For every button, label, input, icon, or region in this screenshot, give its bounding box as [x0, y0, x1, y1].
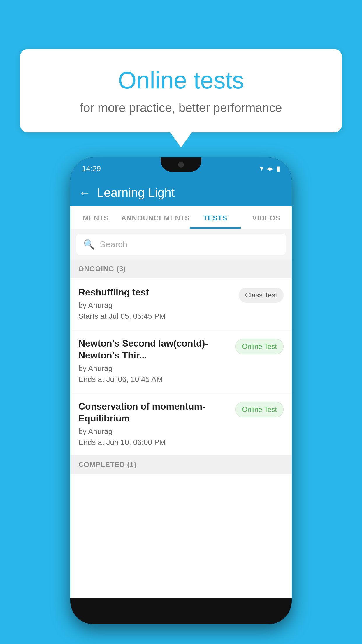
- test-name-1: Reshuffling test: [78, 286, 234, 299]
- search-placeholder: Search: [100, 239, 127, 249]
- battery-icon: ▮: [276, 164, 280, 173]
- status-time: 14:29: [82, 164, 101, 173]
- test-name-3: Conservation of momentum-Equilibrium: [78, 400, 231, 425]
- test-time-2: Ends at Jul 06, 10:45 AM: [78, 375, 231, 384]
- tab-videos[interactable]: VIDEOS: [241, 206, 292, 229]
- back-button[interactable]: ←: [79, 187, 90, 199]
- phone-screen: ← Learning Light MENTS ANNOUNCEMENTS TES…: [70, 180, 292, 598]
- ongoing-section-label: ONGOING (3): [70, 260, 292, 278]
- app-header: ← Learning Light: [70, 180, 292, 206]
- test-by-1: by Anurag: [78, 301, 234, 310]
- phone-camera: [178, 162, 184, 168]
- tab-ments[interactable]: MENTS: [70, 206, 121, 229]
- test-by-2: by Anurag: [78, 364, 231, 373]
- test-badge-3: Online Test: [235, 402, 284, 417]
- speech-bubble: Online tests for more practice, better p…: [20, 49, 342, 132]
- test-info-1: Reshuffling test by Anurag Starts at Jul…: [78, 286, 234, 321]
- test-list: Reshuffling test by Anurag Starts at Jul…: [70, 278, 292, 474]
- bubble-subtitle: for more practice, better performance: [43, 101, 319, 115]
- search-container: 🔍 Search: [70, 229, 292, 260]
- test-name-2: Newton's Second law(contd)-Newton's Thir…: [78, 337, 231, 362]
- tabs-bar: MENTS ANNOUNCEMENTS TESTS VIDEOS: [70, 206, 292, 229]
- signal-icon: ◂▸: [266, 164, 273, 173]
- test-badge-2: Online Test: [235, 339, 284, 354]
- test-by-3: by Anurag: [78, 427, 231, 436]
- tab-announcements[interactable]: ANNOUNCEMENTS: [121, 206, 190, 229]
- search-icon: 🔍: [83, 239, 95, 250]
- search-box[interactable]: 🔍 Search: [76, 234, 286, 255]
- wifi-icon: ▾: [260, 164, 263, 173]
- app-title: Learning Light: [97, 186, 175, 200]
- bubble-title: Online tests: [43, 66, 319, 94]
- phone-notch: [161, 158, 201, 172]
- test-time-3: Ends at Jun 10, 06:00 PM: [78, 438, 231, 447]
- status-icons: ▾ ◂▸ ▮: [260, 164, 280, 173]
- test-item-conservation[interactable]: Conservation of momentum-Equilibrium by …: [70, 392, 292, 455]
- status-bar: 14:29 ▾ ◂▸ ▮: [70, 158, 292, 180]
- tab-tests[interactable]: TESTS: [190, 206, 241, 229]
- test-item-newton[interactable]: Newton's Second law(contd)-Newton's Thir…: [70, 329, 292, 392]
- test-info-3: Conservation of momentum-Equilibrium by …: [78, 400, 231, 447]
- test-item-reshuffling[interactable]: Reshuffling test by Anurag Starts at Jul…: [70, 278, 292, 329]
- test-info-2: Newton's Second law(contd)-Newton's Thir…: [78, 337, 231, 384]
- test-badge-1: Class Test: [239, 288, 284, 303]
- phone-device: 14:29 ▾ ◂▸ ▮ ← Learning Light MENTS ANNO…: [70, 158, 292, 624]
- test-time-1: Starts at Jul 05, 05:45 PM: [78, 312, 234, 321]
- completed-section-label: COMPLETED (1): [70, 455, 292, 474]
